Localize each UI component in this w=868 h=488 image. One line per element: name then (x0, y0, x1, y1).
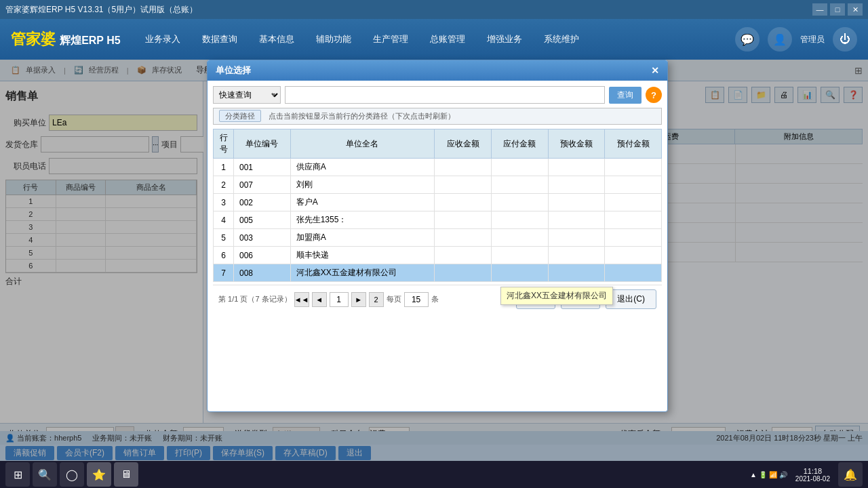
first-page-btn[interactable]: ◄◄ (294, 292, 309, 307)
table-row[interactable]: 3 002 客户A (214, 194, 662, 211)
tray-battery: 🔋 (759, 471, 767, 479)
start-btn[interactable]: ⊞ (5, 462, 30, 487)
search-bar: 快速查询 精确查询 模糊查询 查询 ? (213, 86, 662, 104)
app-taskbar-btn[interactable]: ⭐ (87, 462, 111, 487)
dialog-title-text: 单位选择 (216, 64, 251, 77)
nav-basic-info[interactable]: 基本信息 (248, 28, 305, 51)
nav-system[interactable]: 系统维护 (533, 28, 590, 51)
units-table-body: 1 001 供应商A 2 007 刘刚 3 002 客户A 4 005 (214, 159, 662, 282)
cell-pre-receive (548, 229, 605, 247)
taskbar-right: ▲ 🔋 📶 🔊 11:18 2021-08-02 🔔 (750, 462, 863, 487)
cell-code: 001 (234, 159, 291, 176)
user-icon[interactable]: 👤 (768, 27, 792, 52)
cell-pre-pay (605, 211, 662, 229)
exit-dialog-btn[interactable]: 退出(C) (606, 289, 656, 309)
app-logo: 管家婆 辉煌ERP H5 (11, 29, 121, 49)
cell-payable (491, 229, 548, 247)
sys-tray: ▲ 🔋 📶 🔊 (750, 471, 787, 479)
table-row[interactable]: 5 003 加盟商A (214, 229, 662, 247)
taskbar-time: 11:18 2021-08-02 (790, 467, 835, 483)
nav-business-entry[interactable]: 业务录入 (134, 28, 191, 51)
tray-vol: 🔊 (779, 471, 787, 479)
app-taskbar-btn2[interactable]: 🖥 (114, 462, 138, 487)
cell-name: 河北鑫XX五金建材有限公司 (290, 264, 434, 282)
window-controls[interactable]: — □ ✕ (812, 3, 863, 16)
table-row[interactable]: 6 006 顺丰快递 (214, 247, 662, 264)
nav-enhanced[interactable]: 增强业务 (476, 28, 533, 51)
last-page-btn[interactable]: 2 (369, 292, 384, 307)
cell-receivable (435, 194, 492, 211)
power-icon[interactable]: ⏻ (833, 27, 857, 52)
search-query-btn[interactable]: 查询 (609, 87, 642, 104)
cell-code: 005 (234, 211, 291, 229)
taskbar: ⊞ 🔍 ◯ ⭐ 🖥 ▲ 🔋 📶 🔊 11:18 2021-08-02 🔔 (0, 461, 868, 488)
next-page-btn[interactable]: ► (351, 292, 366, 307)
cell-name: 刘刚 (290, 176, 434, 194)
cell-payable (491, 176, 548, 194)
notification-btn[interactable]: 🔔 (838, 462, 863, 487)
chat-icon[interactable]: 💬 (735, 27, 760, 52)
page-number-input[interactable] (330, 292, 349, 307)
cell-pre-receive (548, 176, 605, 194)
th-name: 单位全名 (290, 129, 434, 159)
dialog-title-bar: 单位选择 ✕ (208, 60, 667, 81)
cell-name: 供应商A (290, 159, 434, 176)
cell-pre-pay (605, 194, 662, 211)
search-type-wrapper: 快速查询 精确查询 模糊查询 (213, 86, 281, 104)
dialog-close-btn[interactable]: ✕ (651, 65, 659, 76)
pagination: 第 1/1 页（7 条记录） ◄◄ ◄ ► 2 每页 条 (218, 292, 439, 307)
cortana-btn[interactable]: ◯ (60, 462, 84, 487)
per-page-input[interactable] (404, 292, 429, 307)
cell-name: 顺丰快递 (290, 247, 434, 264)
cell-receivable (435, 176, 492, 194)
th-receivable: 应收金额 (435, 129, 492, 159)
nav-production[interactable]: 生产管理 (362, 28, 419, 51)
cell-pre-pay (605, 159, 662, 176)
search-input[interactable] (285, 86, 605, 104)
th-payable: 应付金额 (491, 129, 548, 159)
cell-code: 003 (234, 229, 291, 247)
nav-ledger[interactable]: 总账管理 (419, 28, 476, 51)
nav-aux-function[interactable]: 辅助功能 (305, 28, 362, 51)
cell-code: 008 (234, 264, 291, 282)
cell-payable (491, 264, 548, 282)
path-bar-btn[interactable]: 分类路径 (219, 110, 261, 122)
cell-rownum: 7 (214, 264, 234, 282)
close-btn[interactable]: ✕ (848, 3, 863, 16)
prev-page-btn[interactable]: ◄ (312, 292, 327, 307)
per-page-label: 每页 (387, 294, 401, 304)
cell-pre-receive (548, 194, 605, 211)
th-pre-pay: 预付金额 (605, 129, 662, 159)
th-code: 单位编号 (234, 129, 291, 159)
cell-receivable (435, 159, 492, 176)
cell-payable (491, 159, 548, 176)
cell-rownum: 4 (214, 211, 234, 229)
nav-data-query[interactable]: 数据查询 (191, 28, 248, 51)
logo-sub: 辉煌ERP H5 (60, 35, 121, 46)
path-bar[interactable]: 分类路径 点击当前按钮显示当前行的分类路径（下次点击时刷新） (213, 108, 662, 125)
cell-receivable (435, 211, 492, 229)
units-table: 行号 单位编号 单位全名 应收金额 应付金额 预收金额 预付金额 1 001 供… (213, 129, 662, 282)
table-row[interactable]: 4 005 张先生1355： (214, 211, 662, 229)
cell-payable (491, 247, 548, 264)
table-row[interactable]: 7 008 河北鑫XX五金建材有限公司 (214, 264, 662, 282)
units-table-header: 行号 单位编号 单位全名 应收金额 应付金额 预收金额 预付金额 (214, 129, 662, 159)
maximize-btn[interactable]: □ (830, 3, 845, 16)
cell-rownum: 3 (214, 194, 234, 211)
cell-pre-receive (548, 211, 605, 229)
cell-payable (491, 194, 548, 211)
dialog-body: 快速查询 精确查询 模糊查询 查询 ? 分类路径 点击当前按钮显示当前行的分类路… (208, 81, 667, 319)
minimize-btn[interactable]: — (812, 3, 827, 16)
cell-pre-pay (605, 247, 662, 264)
header: 管家婆 辉煌ERP H5 业务录入 数据查询 基本信息 辅助功能 生产管理 总账… (0, 19, 868, 60)
search-taskbar-btn[interactable]: 🔍 (33, 462, 57, 487)
search-type-select[interactable]: 快速查询 精确查询 模糊查询 (213, 86, 281, 104)
search-help-btn[interactable]: ? (646, 87, 662, 103)
clock-time: 11:18 (795, 467, 830, 475)
table-row[interactable]: 1 001 供应商A (214, 159, 662, 176)
table-row[interactable]: 2 007 刘刚 (214, 176, 662, 194)
app-title: 管家婆辉煌ERP H5 V13.31（5用户）试用版（总账） (5, 4, 197, 16)
clock-date: 2021-08-02 (795, 475, 830, 483)
per-page-unit: 条 (431, 294, 439, 304)
cell-receivable (435, 247, 492, 264)
